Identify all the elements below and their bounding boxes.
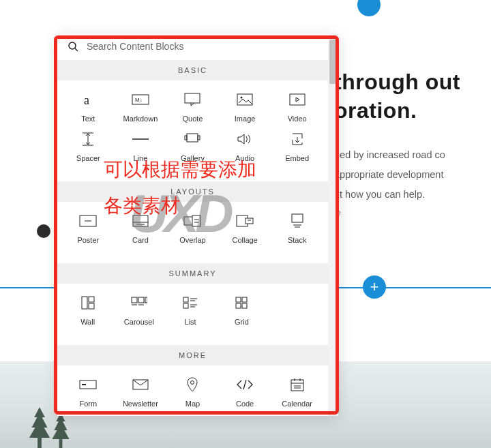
insertion-marker [34,222,53,241]
svg-rect-40 [183,297,188,302]
block-calendar[interactable]: Calendar [271,378,323,416]
section-summary: SUMMARY [57,263,328,284]
section-more: MORE [57,345,328,365]
form-icon [79,378,97,391]
video-icon [288,93,306,106]
svg-rect-33 [89,297,94,302]
svg-rect-49 [242,303,247,308]
svg-point-0 [69,42,76,49]
list-icon [181,296,199,310]
summary-grid: Wall Carousel List Grid [57,284,328,345]
svg-rect-37 [145,297,147,303]
block-stack[interactable]: Stack [271,214,323,254]
calendar-icon [288,378,306,391]
spacer-icon [79,132,97,146]
code-icon [236,378,254,391]
markdown-icon: M↓ [132,93,149,106]
layouts-grid: Poster Card Overlap Collage Stack [57,202,328,263]
map-icon [183,378,201,391]
overlap-icon [183,214,201,228]
svg-rect-47 [242,297,247,302]
svg-rect-27 [246,218,253,224]
svg-rect-54 [291,380,303,391]
svg-rect-48 [236,303,241,308]
block-audio[interactable]: Audio [220,132,271,172]
svg-rect-15 [198,136,200,140]
quote-icon [183,93,201,106]
background-content: through out oration. ned by increased ro… [334,68,491,205]
search-row[interactable]: Search Content Blocks [57,34,328,60]
block-overlap[interactable]: Overlap [167,214,218,254]
block-list[interactable]: List [166,296,215,335]
section-basic: BASIC [57,60,328,80]
block-collage[interactable]: Collage [220,214,271,254]
add-block-button-top[interactable] [357,0,381,16]
block-map[interactable]: Map [167,378,218,416]
bg-heading-l1: through out [334,70,460,94]
block-card[interactable]: Card [115,214,166,254]
add-block-button-mid[interactable]: + [363,275,386,299]
block-quote[interactable]: Quote [167,93,218,132]
svg-rect-19 [133,215,148,226]
block-embed[interactable]: Embed [271,132,323,172]
svg-rect-32 [82,297,87,309]
bg-heading-l2: oration. [334,98,417,123]
svg-point-53 [191,381,194,385]
audio-icon [236,132,254,146]
search-input[interactable]: Search Content Blocks [87,41,183,52]
block-gallery[interactable]: Gallery [167,132,218,172]
svg-rect-8 [290,94,305,105]
line-icon [132,132,149,146]
block-video[interactable]: Video [271,93,323,132]
block-grid[interactable]: Grid [217,296,267,335]
block-spacer[interactable]: Spacer [63,132,114,172]
svg-text:M↓: M↓ [135,97,143,103]
basic-grid: aText M↓Markdown Quote Image Video Space… [57,80,328,181]
block-line[interactable]: Line [115,132,166,172]
block-carousel[interactable]: Carousel [114,296,164,335]
svg-rect-23 [192,215,200,226]
svg-rect-35 [132,297,137,303]
more-grid: Form Newsletter Map Code Calendar [57,365,328,416]
newsletter-icon [132,378,149,391]
search-icon [68,42,78,52]
content-blocks-panel: Search Content Blocks BASIC aText M↓Mark… [57,34,338,416]
svg-rect-36 [138,297,144,303]
poster-icon [79,214,97,228]
scrollbar[interactable] [328,34,338,416]
section-layouts: LAYOUTS [57,181,328,202]
block-wall[interactable]: Wall [63,296,113,335]
block-newsletter[interactable]: Newsletter [115,378,166,416]
svg-rect-46 [236,297,241,302]
block-markdown[interactable]: M↓Markdown [115,93,166,132]
bg-para-l3: ut how you can help. [334,189,425,200]
grid-icon [233,296,250,310]
svg-rect-34 [89,303,94,309]
svg-rect-43 [183,303,188,308]
block-text[interactable]: aText [63,93,114,132]
bg-para-l1: ned by increased road co [334,149,445,160]
gallery-icon [183,132,201,146]
svg-rect-5 [185,93,200,103]
card-icon [132,214,149,228]
bg-para-l2: appropriate development [334,169,443,180]
svg-rect-13 [187,134,198,142]
svg-point-7 [241,97,243,99]
svg-rect-6 [237,94,252,105]
embed-icon [288,132,306,146]
image-icon [236,93,254,106]
svg-rect-29 [292,214,303,222]
wall-icon [79,296,97,310]
svg-text:a: a [84,93,89,106]
block-poster[interactable]: Poster [63,214,114,254]
stack-icon [288,214,306,228]
block-form[interactable]: Form [63,378,114,416]
text-icon: a [79,93,97,106]
collage-icon [236,214,254,228]
svg-line-1 [75,48,78,51]
block-code[interactable]: Code [220,378,271,416]
svg-rect-14 [185,136,187,140]
carousel-icon [130,296,148,310]
block-image[interactable]: Image [220,93,271,132]
